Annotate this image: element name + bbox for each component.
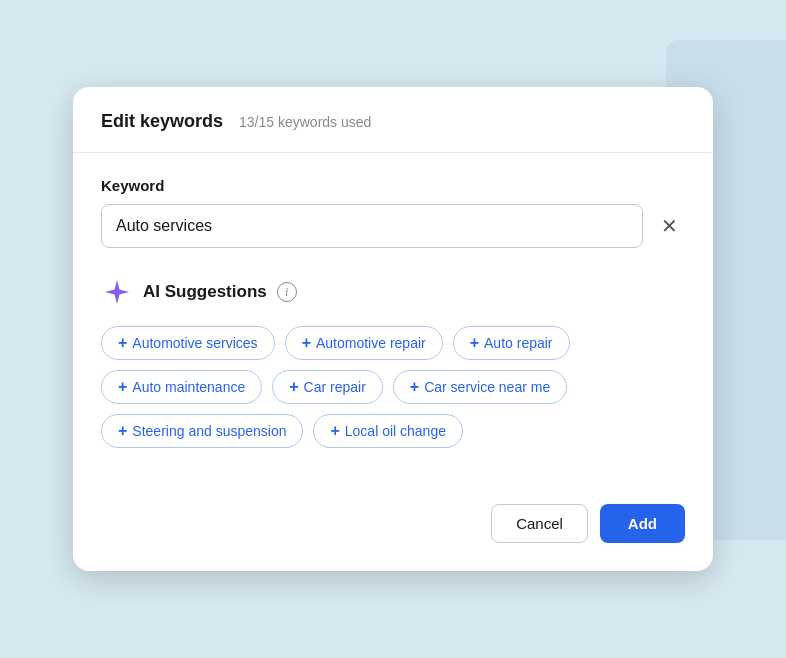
ai-suggestions-title: AI Suggestions <box>143 282 267 302</box>
modal-header: Edit keywords 13/15 keywords used <box>73 87 713 153</box>
chip-plus-icon: + <box>302 335 311 351</box>
chip-plus-icon: + <box>470 335 479 351</box>
modal-title: Edit keywords <box>101 111 223 132</box>
chip-plus-icon: + <box>289 379 298 395</box>
chip-label: Local oil change <box>345 423 446 439</box>
chip-label: Automotive services <box>132 335 257 351</box>
ai-info-icon[interactable]: i <box>277 282 297 302</box>
modal-body: Keyword ✕ AI Suggestions i +Automotive s… <box>73 153 713 504</box>
chip-plus-icon: + <box>118 335 127 351</box>
suggestion-chip-car-repair[interactable]: +Car repair <box>272 370 383 404</box>
chip-label: Car repair <box>304 379 366 395</box>
cancel-button[interactable]: Cancel <box>491 504 588 543</box>
suggestion-chip-automotive-repair[interactable]: +Automotive repair <box>285 326 443 360</box>
chip-label: Automotive repair <box>316 335 426 351</box>
chip-label: Auto repair <box>484 335 552 351</box>
suggestion-chip-car-service-near-me[interactable]: +Car service near me <box>393 370 567 404</box>
suggestion-chip-automotive-services[interactable]: +Automotive services <box>101 326 275 360</box>
chip-plus-icon: + <box>410 379 419 395</box>
suggestion-chip-local-oil-change[interactable]: +Local oil change <box>313 414 463 448</box>
ai-suggestions-header: AI Suggestions i <box>101 276 685 308</box>
chip-plus-icon: + <box>118 423 127 439</box>
add-button[interactable]: Add <box>600 504 685 543</box>
edit-keywords-modal: Edit keywords 13/15 keywords used Keywor… <box>73 87 713 571</box>
sparkle-icon <box>101 276 133 308</box>
keyword-input-row: ✕ <box>101 204 685 248</box>
keyword-label: Keyword <box>101 177 685 194</box>
chip-label: Car service near me <box>424 379 550 395</box>
keywords-used-badge: 13/15 keywords used <box>239 114 371 130</box>
suggestion-chip-auto-repair[interactable]: +Auto repair <box>453 326 570 360</box>
modal-footer: Cancel Add <box>73 504 713 571</box>
suggestion-chip-steering-and-suspension[interactable]: +Steering and suspension <box>101 414 303 448</box>
chip-label: Auto maintenance <box>132 379 245 395</box>
chip-label: Steering and suspension <box>132 423 286 439</box>
keyword-input[interactable] <box>101 204 643 248</box>
clear-input-button[interactable]: ✕ <box>653 210 685 242</box>
chip-plus-icon: + <box>118 379 127 395</box>
suggestions-grid: +Automotive services+Automotive repair+A… <box>101 326 685 448</box>
suggestion-chip-auto-maintenance[interactable]: +Auto maintenance <box>101 370 262 404</box>
chip-plus-icon: + <box>330 423 339 439</box>
